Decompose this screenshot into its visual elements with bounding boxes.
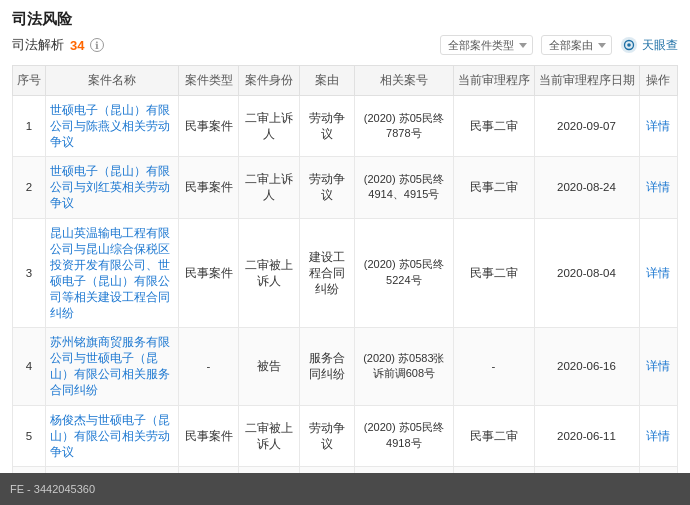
cell-index: 3 xyxy=(13,218,46,328)
cell-role: 二审被上诉人 xyxy=(238,218,299,328)
cell-index: 2 xyxy=(13,157,46,218)
table-row: 5 杨俊杰与世硕电子（昆山）有限公司相关劳动争议 民事案件 二审被上诉人 劳动争… xyxy=(13,405,678,466)
th-cause: 案由 xyxy=(299,66,355,96)
tianyancha-name: 天眼查 xyxy=(642,37,678,54)
cell-proc: - xyxy=(453,328,534,405)
detail-link[interactable]: 详情 xyxy=(646,360,670,372)
subtitle-label: 司法解析 xyxy=(12,36,64,54)
cell-date: 2020-06-16 xyxy=(534,328,639,405)
cell-role: 二审上诉人 xyxy=(238,157,299,218)
cell-index: 5 xyxy=(13,405,46,466)
cell-index: 4 xyxy=(13,328,46,405)
section-title: 司法风险 xyxy=(12,10,678,29)
cell-date: 2020-09-07 xyxy=(534,96,639,157)
th-date: 当前审理程序日期 xyxy=(534,66,639,96)
table-row: 2 世硕电子（昆山）有限公司与刘红英相关劳动争议 民事案件 二审上诉人 劳动争议… xyxy=(13,157,678,218)
cell-cause: 建设工程合同纠纷 xyxy=(299,218,355,328)
cell-cause: 劳动争议 xyxy=(299,405,355,466)
cell-case-name[interactable]: 世硕电子（昆山）有限公司与刘红英相关劳动争议 xyxy=(46,157,179,218)
bottom-bar-text: FE - 3442045360 xyxy=(10,483,95,495)
status-filter-select[interactable]: 全部案由 xyxy=(541,35,612,55)
cell-proc: 民事二审 xyxy=(453,405,534,466)
cell-proc: 民事二审 xyxy=(453,96,534,157)
cell-case-name[interactable]: 世硕电子（昆山）有限公司与陈燕义相关劳动争议 xyxy=(46,96,179,157)
detail-link[interactable]: 详情 xyxy=(646,267,670,279)
detail-link[interactable]: 详情 xyxy=(646,120,670,132)
cell-cause: 服务合同纠纷 xyxy=(299,328,355,405)
th-type: 案件类型 xyxy=(179,66,238,96)
cell-case-name[interactable]: 苏州铭旗商贸服务有限公司与世硕电子（昆山）有限公司相关服务合同纠纷 xyxy=(46,328,179,405)
table-row: 1 世硕电子（昆山）有限公司与陈燕义相关劳动争议 民事案件 二审上诉人 劳动争议… xyxy=(13,96,678,157)
cell-date: 2020-08-24 xyxy=(534,157,639,218)
cell-case-name[interactable]: 昆山英温输电工程有限公司与昆山综合保税区投资开发有限公司、世硕电子（昆山）有限公… xyxy=(46,218,179,328)
cell-role: 二审上诉人 xyxy=(238,96,299,157)
cell-cause: 劳动争议 xyxy=(299,96,355,157)
cell-ref: (2020) 苏0583张诉前调608号 xyxy=(355,328,453,405)
cell-op[interactable]: 详情 xyxy=(639,96,678,157)
th-proc: 当前审理程序 xyxy=(453,66,534,96)
detail-link[interactable]: 详情 xyxy=(646,181,670,193)
tianyancha-logo-icon xyxy=(620,36,638,54)
page-container: 司法风险 司法解析 34 ℹ 全部案件类型 全部案由 天眼查 xyxy=(0,0,690,505)
cell-role: 二审被上诉人 xyxy=(238,405,299,466)
cell-op[interactable]: 详情 xyxy=(639,405,678,466)
detail-link[interactable]: 详情 xyxy=(646,430,670,442)
cell-cause: 劳动争议 xyxy=(299,157,355,218)
bottom-bar: FE - 3442045360 xyxy=(0,473,690,505)
cell-case-name[interactable]: 杨俊杰与世硕电子（昆山）有限公司相关劳动争议 xyxy=(46,405,179,466)
info-icon[interactable]: ℹ xyxy=(90,38,104,52)
cell-type: 民事案件 xyxy=(179,405,238,466)
type-filter-select[interactable]: 全部案件类型 xyxy=(440,35,533,55)
cell-op[interactable]: 详情 xyxy=(639,157,678,218)
cases-table: 序号 案件名称 案件类型 案件身份 案由 相关案号 当前审理程序 当前审理程序日… xyxy=(12,65,678,505)
cell-ref: (2020) 苏05民终5224号 xyxy=(355,218,453,328)
cell-ref: (2020) 苏05民终4914、4915号 xyxy=(355,157,453,218)
cell-date: 2020-08-04 xyxy=(534,218,639,328)
cell-ref: (2020) 苏05民终7878号 xyxy=(355,96,453,157)
section-sub: 司法解析 34 ℹ xyxy=(12,36,104,54)
th-op: 操作 xyxy=(639,66,678,96)
count-badge: 34 xyxy=(70,38,84,53)
cell-type: 民事案件 xyxy=(179,157,238,218)
cell-proc: 民事二审 xyxy=(453,157,534,218)
cell-op[interactable]: 详情 xyxy=(639,218,678,328)
cell-type: - xyxy=(179,328,238,405)
table-row: 3 昆山英温输电工程有限公司与昆山综合保税区投资开发有限公司、世硕电子（昆山）有… xyxy=(13,218,678,328)
tianyancha-logo: 天眼查 xyxy=(620,36,678,54)
cell-op[interactable]: 详情 xyxy=(639,328,678,405)
cell-type: 民事案件 xyxy=(179,96,238,157)
cell-role: 被告 xyxy=(238,328,299,405)
header-right: 全部案件类型 全部案由 天眼查 xyxy=(440,35,678,55)
section-header: 司法解析 34 ℹ 全部案件类型 全部案由 天眼查 xyxy=(12,35,678,55)
cell-type: 民事案件 xyxy=(179,218,238,328)
cell-index: 1 xyxy=(13,96,46,157)
th-ref: 相关案号 xyxy=(355,66,453,96)
th-name: 案件名称 xyxy=(46,66,179,96)
cell-proc: 民事二审 xyxy=(453,218,534,328)
cell-date: 2020-06-11 xyxy=(534,405,639,466)
th-role: 案件身份 xyxy=(238,66,299,96)
th-index: 序号 xyxy=(13,66,46,96)
table-row: 4 苏州铭旗商贸服务有限公司与世硕电子（昆山）有限公司相关服务合同纠纷 - 被告… xyxy=(13,328,678,405)
svg-point-2 xyxy=(627,43,631,47)
cell-ref: (2020) 苏05民终4918号 xyxy=(355,405,453,466)
table-header-row: 序号 案件名称 案件类型 案件身份 案由 相关案号 当前审理程序 当前审理程序日… xyxy=(13,66,678,96)
